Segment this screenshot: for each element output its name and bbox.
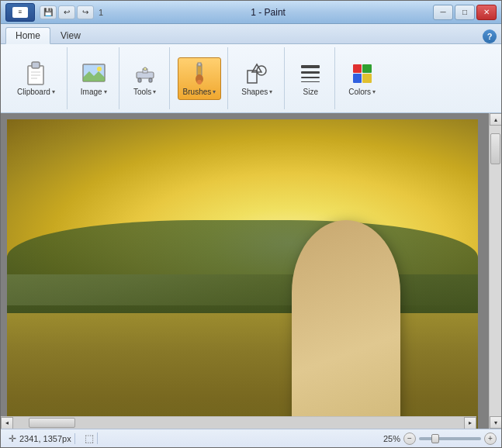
canvas-image[interactable]: Download.com.vn — [7, 119, 478, 429]
clipboard-arrow: ▾ — [52, 88, 55, 95]
ribbon-group-tools: Tools ▾ — [121, 47, 170, 109]
scene-ground — [7, 305, 478, 429]
svg-point-10 — [144, 67, 147, 71]
minimize-button[interactable]: ─ — [433, 5, 453, 20]
ribbon-tab-bar: Home View ? — [1, 24, 501, 44]
step-indicator: 1 — [99, 8, 103, 17]
size-buttons: Size — [293, 47, 328, 109]
zoom-out-button[interactable]: − — [403, 432, 416, 445]
colors-icon — [350, 61, 375, 86]
shapes-label: Shapes ▾ — [241, 88, 272, 96]
brushes-buttons: Brushes ▾ — [178, 47, 222, 109]
coordinates-text: 2341, 1357px — [19, 434, 71, 443]
brushes-label: Brushes ▾ — [183, 88, 216, 96]
svg-point-7 — [97, 67, 102, 71]
ribbon-content: Clipboard ▾ — [1, 44, 501, 112]
selection-icon: ⬚ — [85, 432, 94, 444]
svg-rect-11 — [138, 78, 141, 82]
tools-icon — [133, 61, 158, 86]
redo-button[interactable]: ↪ — [77, 5, 94, 19]
zoom-section: 25% − + — [383, 432, 497, 445]
ribbon-group-brushes: Brushes ▾ — [171, 47, 229, 109]
brushes-icon — [187, 61, 212, 86]
shapes-button[interactable]: Shapes ▾ — [236, 57, 278, 100]
brushes-arrow: ▾ — [213, 88, 216, 95]
image-label: Image ▾ — [81, 88, 107, 96]
maximize-button[interactable]: □ — [455, 5, 475, 20]
colors-arrow: ▾ — [372, 88, 376, 95]
tools-label: Tools ▾ — [133, 88, 156, 96]
scene-figure — [292, 220, 400, 429]
image-buttons: Image ▾ — [75, 47, 113, 109]
tab-home[interactable]: Home — [5, 27, 50, 44]
move-icon: ✛ — [9, 433, 16, 444]
window-controls: ─ □ ✕ — [433, 5, 497, 20]
tools-button[interactable]: Tools ▾ — [127, 57, 163, 100]
colors-label: Colors ▾ — [348, 88, 376, 96]
image-icon — [81, 61, 106, 86]
size-label: Size — [303, 88, 317, 96]
paint-menu-button[interactable]: ≡ — [5, 3, 35, 22]
size-button[interactable]: Size — [293, 57, 328, 100]
close-button[interactable]: ✕ — [476, 5, 497, 20]
scroll-h-thumb[interactable] — [29, 418, 75, 428]
scrollbar-vertical[interactable]: ▴ ▾ — [489, 113, 501, 429]
ribbon-group-shapes: Shapes ▾ — [230, 47, 285, 109]
paint-menu-icon: ≡ — [12, 7, 28, 18]
window-title: 1 - Paint — [106, 7, 430, 18]
tools-arrow: ▾ — [153, 88, 156, 95]
ribbon-group-colors: Colors ▾ — [337, 47, 387, 109]
help-button[interactable]: ? — [483, 29, 497, 43]
shapes-buttons: Shapes ▾ — [236, 47, 278, 109]
scene-trees — [7, 220, 478, 313]
svg-rect-16 — [198, 63, 201, 66]
svg-rect-1 — [32, 62, 40, 68]
color-blue — [353, 74, 362, 83]
main-window: ≡ 💾 ↩ ↪ 1 1 - Paint ─ □ ✕ Home View ? — [0, 0, 502, 448]
ribbon-group-clipboard: Clipboard ▾ — [5, 47, 68, 109]
svg-point-15 — [197, 80, 202, 84]
main-area: Download.com.vn ◂ ▸ ▴ ▾ — [1, 113, 501, 429]
title-bar: ≡ 💾 ↩ ↪ 1 1 - Paint ─ □ ✕ — [1, 1, 501, 24]
brushes-button[interactable]: Brushes ▾ — [178, 57, 222, 100]
selection-section: ⬚ — [81, 432, 98, 444]
image-arrow: ▾ — [104, 88, 107, 95]
coordinates-section: ✛ 2341, 1357px — [5, 433, 75, 444]
quick-save-button[interactable]: 💾 — [40, 5, 57, 19]
clipboard-label: Clipboard ▾ — [17, 88, 55, 96]
size-icon — [298, 61, 323, 86]
status-bar: ✛ 2341, 1357px ⬚ 25% − + — [1, 429, 501, 447]
zoom-slider-track[interactable] — [419, 437, 481, 440]
title-controls-left: ≡ 💾 ↩ ↪ 1 — [5, 2, 103, 23]
svg-rect-12 — [149, 78, 152, 82]
colors-button[interactable]: Colors ▾ — [343, 57, 381, 100]
color-yellow — [362, 74, 372, 83]
tab-view[interactable]: View — [50, 27, 91, 43]
clipboard-icon — [23, 61, 48, 86]
clipboard-button[interactable]: Clipboard ▾ — [12, 57, 61, 100]
scrollbar-horizontal[interactable]: ◂ ▸ — [1, 416, 476, 429]
zoom-in-button[interactable]: + — [484, 432, 497, 445]
scroll-v-thumb[interactable] — [490, 133, 500, 164]
color-red — [353, 64, 362, 74]
ribbon-group-image: Image ▾ — [69, 47, 119, 109]
colors-buttons: Colors ▾ — [343, 47, 381, 109]
scroll-down-button[interactable]: ▾ — [490, 416, 502, 429]
scroll-up-button[interactable]: ▴ — [490, 113, 502, 126]
zoom-percent: 25% — [383, 434, 400, 443]
undo-button[interactable]: ↩ — [58, 5, 75, 19]
scroll-v-track[interactable] — [490, 126, 501, 416]
canvas-area[interactable]: Download.com.vn ◂ ▸ — [1, 113, 489, 429]
image-button[interactable]: Image ▾ — [75, 57, 113, 100]
shapes-icon — [244, 61, 269, 86]
zoom-slider-thumb[interactable] — [431, 434, 439, 443]
clipboard-buttons: Clipboard ▾ — [12, 47, 61, 109]
scroll-left-button[interactable]: ◂ — [1, 417, 13, 429]
ribbon: Home View ? — [1, 24, 501, 113]
ribbon-group-size: Size — [286, 47, 335, 109]
color-green — [362, 64, 372, 74]
shapes-arrow: ▾ — [269, 88, 272, 95]
scroll-right-button[interactable]: ▸ — [464, 417, 476, 429]
tools-buttons: Tools ▾ — [127, 47, 163, 109]
scroll-h-track[interactable] — [13, 417, 464, 429]
